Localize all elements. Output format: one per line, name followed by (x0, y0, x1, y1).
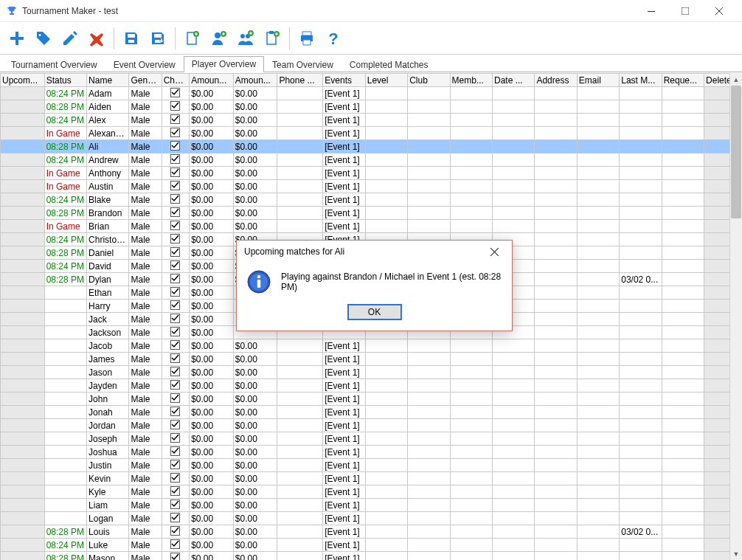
save-button[interactable] (119, 26, 144, 51)
table-row[interactable]: 08:28 PMAliMale$0.00$0.00[Event 1] (1, 140, 742, 153)
table-row[interactable]: LiamMale$0.00$0.00[Event 1] (1, 499, 742, 512)
column-header[interactable]: Memb... (450, 74, 492, 87)
dialog-message: Playing against Brandon / Michael in Eve… (281, 272, 502, 292)
info-icon (247, 270, 271, 294)
upcoming-matches-dialog: Upcoming matches for Ali Playing against… (236, 240, 513, 331)
svg-rect-19 (257, 280, 260, 288)
delete-button[interactable] (84, 26, 109, 51)
svg-rect-14 (303, 40, 311, 45)
svg-rect-10 (269, 31, 274, 34)
table-row[interactable]: 08:24 PMAndrewMale$0.00$0.00[Event 1] (1, 153, 742, 167)
table-row[interactable]: JosephMale$0.00$0.00[Event 1] (1, 432, 742, 446)
column-header[interactable]: Amoun... (190, 74, 234, 87)
tab-event-overview[interactable]: Event Overview (105, 57, 184, 72)
titlebar: Tournament Maker - test (0, 0, 742, 22)
table-row[interactable]: KyleMale$0.00$0.00[Event 1] (1, 485, 742, 499)
new-doc-button[interactable] (180, 26, 205, 51)
svg-point-4 (215, 32, 221, 38)
maximize-button[interactable] (668, 0, 702, 22)
scrollbar-thumb[interactable] (731, 86, 741, 218)
add-button[interactable] (4, 26, 30, 51)
svg-point-6 (240, 34, 245, 38)
table-row[interactable]: In GameAnthonyMale$0.00$0.00[Event 1] (1, 167, 742, 180)
column-header[interactable]: Address (535, 74, 577, 87)
column-header[interactable]: Club (408, 74, 450, 87)
add-person-button[interactable] (207, 26, 232, 51)
table-row[interactable]: 08:24 PMLukeMale$0.00$0.00[Event 1] (1, 539, 742, 552)
column-header[interactable]: Email (577, 74, 619, 87)
table-row[interactable]: JohnMale$0.00$0.00[Event 1] (1, 393, 742, 406)
table-row[interactable]: 08:28 PMMasonMale$0.00$0.00[Event 1] (1, 552, 742, 561)
table-row[interactable]: JustinMale$0.00$0.00[Event 1] (1, 459, 742, 472)
svg-text:?: ? (328, 30, 338, 47)
trophy-icon (6, 5, 18, 17)
edit-button[interactable] (58, 26, 83, 51)
tab-completed-matches[interactable]: Completed Matches (341, 57, 437, 72)
tab-player-overview[interactable]: Player Overview (184, 56, 264, 72)
table-row[interactable]: JaydenMale$0.00$0.00[Event 1] (1, 379, 742, 393)
column-header[interactable]: Check... (162, 74, 190, 87)
svg-rect-0 (648, 11, 655, 12)
minimize-button[interactable] (634, 0, 668, 22)
svg-rect-12 (302, 32, 311, 35)
tab-team-overview[interactable]: Team Overview (264, 57, 341, 72)
table-row[interactable]: 08:28 PMBrandonMale$0.00$0.00[Event 1] (1, 207, 742, 220)
table-row[interactable]: JacobMale$0.00$0.00[Event 1] (1, 339, 742, 353)
toolbar-separator (175, 27, 176, 49)
table-row[interactable]: 08:28 PMAidenMale$0.00$0.00[Event 1] (1, 100, 742, 114)
column-header[interactable]: Events (323, 74, 365, 87)
table-row[interactable]: 08:24 PMAdamMale$0.00$0.00[Event 1] (1, 87, 742, 100)
help-button[interactable]: ? (321, 26, 346, 51)
table-row[interactable]: JonahMale$0.00$0.00[Event 1] (1, 406, 742, 419)
table-row[interactable]: 08:28 PMLouisMale$0.00$0.00[Event 1]03/0… (1, 525, 742, 539)
table-row[interactable]: 08:24 PMBlakeMale$0.00$0.00[Event 1] (1, 193, 742, 207)
ok-button[interactable]: OK (347, 304, 402, 320)
print-button[interactable] (294, 26, 319, 51)
tab-tournament-overview[interactable]: Tournament Overview (3, 57, 105, 72)
tag-button[interactable] (31, 26, 56, 51)
toolbar-separator (114, 27, 114, 49)
table-row[interactable]: JordanMale$0.00$0.00[Event 1] (1, 419, 742, 432)
scroll-down-icon[interactable]: ▼ (730, 547, 742, 560)
column-header[interactable]: Level (365, 74, 407, 87)
toolbar-separator (289, 27, 290, 49)
column-header[interactable]: Phone ... (277, 74, 323, 87)
table-row[interactable]: JasonMale$0.00$0.00[Event 1] (1, 366, 742, 379)
table-row[interactable]: 08:24 PMAlexMale$0.00$0.00[Event 1] (1, 114, 742, 127)
column-header[interactable]: Upcom... (1, 74, 45, 87)
toolbar: ? (0, 22, 742, 55)
add-group-button[interactable] (233, 26, 258, 51)
table-row[interactable]: In GameBrianMale$0.00$0.00[Event 1] (1, 220, 742, 233)
vertical-scrollbar[interactable]: ▲ ▼ (729, 73, 742, 560)
table-row[interactable]: KevinMale$0.00$0.00[Event 1] (1, 472, 742, 485)
column-header[interactable]: Amoun... (233, 74, 277, 87)
table-row[interactable]: LoganMale$0.00$0.00[Event 1] (1, 512, 742, 525)
svg-rect-1 (682, 7, 689, 15)
tabs: Tournament OverviewEvent OverviewPlayer … (0, 55, 742, 72)
scroll-up-icon[interactable]: ▲ (730, 73, 742, 86)
column-header[interactable]: Reque... (662, 74, 704, 87)
close-button[interactable] (702, 0, 736, 22)
table-row[interactable]: JoshuaMale$0.00$0.00[Event 1] (1, 446, 742, 459)
column-header[interactable]: Last M... (620, 74, 662, 87)
dialog-close-button[interactable] (484, 243, 505, 260)
dialog-title: Upcoming matches for Ali (244, 246, 344, 257)
column-header[interactable]: Date ... (492, 74, 534, 87)
table-row[interactable]: In GameAlexanderMale$0.00$0.00[Event 1] (1, 127, 742, 140)
column-header[interactable]: Gender (129, 74, 162, 87)
save-as-button[interactable] (145, 26, 170, 51)
column-header[interactable]: Status (44, 74, 86, 87)
table-row[interactable]: In GameAustinMale$0.00$0.00[Event 1] (1, 180, 742, 193)
column-header[interactable]: Name (87, 74, 129, 87)
table-row[interactable]: JamesMale$0.00$0.00[Event 1] (1, 353, 742, 366)
clipboard-button[interactable] (260, 26, 285, 51)
window-title: Tournament Maker - test (22, 6, 634, 16)
svg-point-18 (257, 275, 260, 278)
